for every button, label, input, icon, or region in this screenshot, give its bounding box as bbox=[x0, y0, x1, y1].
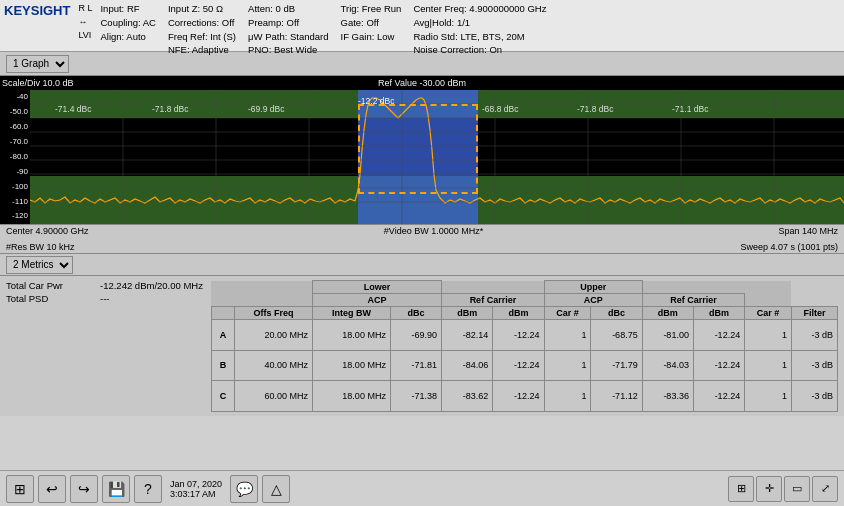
metrics-left: Total Car Pwr -12.242 dBm/20.00 MHz Tota… bbox=[6, 280, 203, 412]
graph-dropdown[interactable]: 1 Graph bbox=[6, 55, 69, 73]
row-b-l-dbm: -84.06 bbox=[442, 350, 493, 381]
acp-table: Lower Upper ACP Ref Carrier ACP Ref Carr… bbox=[211, 280, 838, 412]
acp-label-6: -71.8 dBc bbox=[577, 104, 613, 114]
row-c-l-dbm: -83.62 bbox=[442, 381, 493, 412]
col-header-u-dbc: dBc bbox=[591, 307, 642, 320]
video-bw: #Video BW 1.0000 MHz* bbox=[384, 226, 483, 236]
table-row: C 60.00 MHz 18.00 MHz -71.38 -83.62 -12.… bbox=[211, 381, 837, 412]
table-subheader-lower-ref: Ref Carrier bbox=[442, 294, 545, 307]
row-c-label: C bbox=[211, 381, 234, 412]
row-a-l-ref-dbm: -12.24 bbox=[493, 320, 544, 351]
grid-button[interactable]: ⊞ bbox=[728, 476, 754, 502]
chat-icon: 💬 bbox=[236, 481, 253, 497]
acp-label-1: -71.4 dBc bbox=[55, 104, 91, 114]
col-header-l-dbm: dBm bbox=[442, 307, 493, 320]
total-car-pwr-value: -12.242 dBm/20.00 MHz bbox=[100, 280, 203, 291]
row-c-l-ref-dbm: -12.24 bbox=[493, 381, 544, 412]
redo-button[interactable]: ↪ bbox=[70, 475, 98, 503]
row-b-l-dbc: -71.81 bbox=[390, 350, 441, 381]
table-subheader-upper-ref: Ref Carrier bbox=[642, 294, 745, 307]
row-b-label: B bbox=[211, 350, 234, 381]
row-c-l-dbc: -71.38 bbox=[390, 381, 441, 412]
row-c-l-ref-car: 1 bbox=[544, 381, 591, 412]
row-b-u-ref-dbm: -12.24 bbox=[693, 350, 744, 381]
row-a-label: A bbox=[211, 320, 234, 351]
row-a-offs-freq: 20.00 MHz bbox=[234, 320, 312, 351]
metrics-content: Total Car Pwr -12.242 dBm/20.00 MHz Tota… bbox=[0, 276, 844, 416]
time-label: 3:03:17 AM bbox=[170, 489, 222, 499]
header-section-5: Center Freq: 4.900000000 GHz Avg|Hold: 1… bbox=[413, 2, 546, 57]
y-axis: -40 -50.0 -60.0 -70.0 -80.0 -90 -100 -11… bbox=[0, 90, 30, 224]
date-label: Jan 07, 2020 bbox=[170, 479, 222, 489]
scale-label: Scale/Div 10.0 dB bbox=[2, 78, 74, 88]
triangle-icon: △ bbox=[271, 481, 282, 497]
total-psd-label: Total PSD bbox=[6, 293, 96, 304]
box-button[interactable]: ▭ bbox=[784, 476, 810, 502]
table-row: A 20.00 MHz 18.00 MHz -69.90 -82.14 -12.… bbox=[211, 320, 837, 351]
table-subheader-upper-acp: ACP bbox=[544, 294, 642, 307]
col-header-u-ref-car: Car # bbox=[745, 307, 792, 320]
acp-label-3: -69.9 dBc bbox=[248, 104, 284, 114]
table-subheader-lower-acp: ACP bbox=[312, 294, 441, 307]
header-section-2: Input Z: 50 Ω Corrections: Off Freq Ref:… bbox=[168, 2, 236, 57]
col-header-integ-bw: Integ BW bbox=[312, 307, 390, 320]
box-icon: ▭ bbox=[792, 482, 802, 495]
res-bw: #Res BW 10 kHz bbox=[6, 242, 75, 252]
col-header-row bbox=[211, 307, 234, 320]
grid-icon: ⊞ bbox=[737, 482, 746, 495]
metrics-row-total-psd: Total PSD --- bbox=[6, 293, 203, 304]
redo-icon: ↪ bbox=[78, 481, 90, 497]
metrics-row-total-car: Total Car Pwr -12.242 dBm/20.00 MHz bbox=[6, 280, 203, 291]
table-header-upper: Upper bbox=[544, 281, 642, 294]
row-a-l-ref-car: 1 bbox=[544, 320, 591, 351]
spectrum-footer: Center 4.90000 GHz #Video BW 1.0000 MHz*… bbox=[0, 224, 844, 254]
help-button[interactable]: ? bbox=[134, 475, 162, 503]
expand-button[interactable]: ⤢ bbox=[812, 476, 838, 502]
taskbar-right: ⊞ ✛ ▭ ⤢ bbox=[728, 476, 838, 502]
datetime-display: Jan 07, 2020 3:03:17 AM bbox=[170, 479, 222, 499]
table-header-filter-empty bbox=[745, 281, 792, 294]
save-button[interactable]: 💾 bbox=[102, 475, 130, 503]
row-c-integ-bw: 18.00 MHz bbox=[312, 381, 390, 412]
save-icon: 💾 bbox=[108, 481, 125, 497]
acp-label-center: -12.2 dBc bbox=[358, 96, 394, 106]
acp-label-7: -71.1 dBc bbox=[672, 104, 708, 114]
windows-icon: ⊞ bbox=[14, 481, 26, 497]
chat-button[interactable]: 💬 bbox=[230, 475, 258, 503]
table-subheader-row-empty2 bbox=[234, 294, 312, 307]
header-section-3: Atten: 0 dB Preamp: Off μW Path: Standar… bbox=[248, 2, 328, 57]
windows-button[interactable]: ⊞ bbox=[6, 475, 34, 503]
row-a-u-ref-car: 1 bbox=[745, 320, 792, 351]
col-header-u-dbm: dBm bbox=[642, 307, 693, 320]
row-b-l-ref-car: 1 bbox=[544, 350, 591, 381]
cursor-icon: ✛ bbox=[765, 482, 774, 495]
table-header-lower: Lower bbox=[312, 281, 441, 294]
cursor-button[interactable]: ✛ bbox=[756, 476, 782, 502]
header: KEYSIGHT R L ↔ LVI Input: RF Coupling: A… bbox=[0, 0, 844, 52]
row-c-u-ref-car: 1 bbox=[745, 381, 792, 412]
row-b-integ-bw: 18.00 MHz bbox=[312, 350, 390, 381]
row-a-u-dbm: -81.00 bbox=[642, 320, 693, 351]
row-b-offs-freq: 40.00 MHz bbox=[234, 350, 312, 381]
row-c-u-dbm: -83.36 bbox=[642, 381, 693, 412]
row-a-l-dbm: -82.14 bbox=[442, 320, 493, 351]
header-section-1: Input: RF Coupling: AC Align: Auto bbox=[100, 2, 155, 43]
acp-label-2: -71.8 dBc bbox=[152, 104, 188, 114]
sweep: Sweep 4.07 s (1001 pts) bbox=[740, 242, 838, 252]
triangle-button[interactable]: △ bbox=[262, 475, 290, 503]
metrics-dropdown[interactable]: 2 Metrics bbox=[6, 256, 73, 274]
row-b-u-dbm: -84.03 bbox=[642, 350, 693, 381]
undo-button[interactable]: ↩ bbox=[38, 475, 66, 503]
acp-label-5: -68.8 dBc bbox=[482, 104, 518, 114]
table-subheader-row-empty1 bbox=[211, 294, 234, 307]
center-freq: Center 4.90000 GHz bbox=[6, 226, 89, 236]
ref-label: Ref Value -30.00 dBm bbox=[378, 78, 466, 88]
spectrum-footer-row1: Center 4.90000 GHz #Video BW 1.0000 MHz*… bbox=[6, 226, 838, 236]
col-header-offs-freq: Offs Freq bbox=[234, 307, 312, 320]
spectrum-footer-row2: #Res BW 10 kHz Sweep 4.07 s (1001 pts) bbox=[6, 242, 838, 252]
row-b-l-ref-dbm: -12.24 bbox=[493, 350, 544, 381]
row-c-u-ref-dbm: -12.24 bbox=[693, 381, 744, 412]
row-a-filter: -3 dB bbox=[791, 320, 837, 351]
metrics-bar: 2 Metrics bbox=[0, 254, 844, 276]
undo-icon: ↩ bbox=[46, 481, 58, 497]
